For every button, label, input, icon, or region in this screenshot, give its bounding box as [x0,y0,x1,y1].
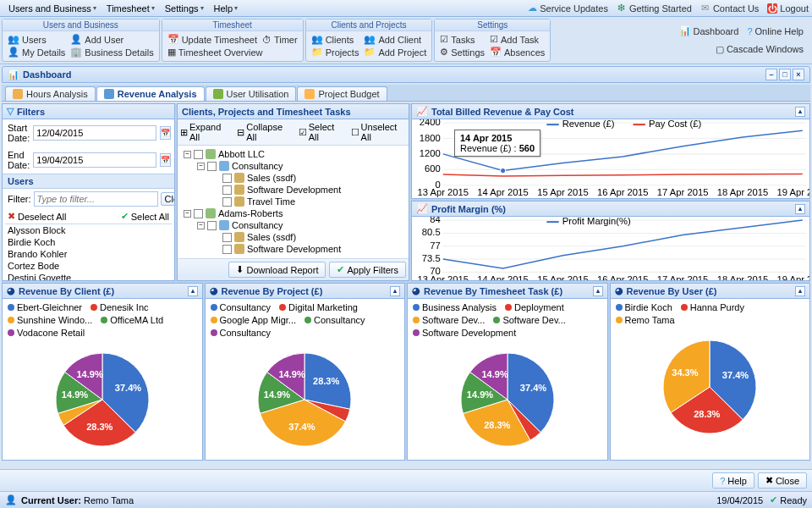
legend-swatch [211,317,217,323]
ribbon-item-projects[interactable]: 📁Projects [311,47,359,58]
checkbox[interactable] [222,233,232,242]
collapse-button[interactable]: ▴ [795,204,805,214]
ribbon-dashboard[interactable]: 📊Dashboard [679,25,739,36]
service-updates-link[interactable]: ☁Service Updates [527,3,608,14]
ribbon-item-update-timesheet[interactable]: 📅Update Timesheet [167,34,257,45]
checkbox[interactable] [222,185,232,195]
ribbon-cascade-windows[interactable]: ▢Cascade Windows [716,44,804,55]
deselect-all-button[interactable]: ✖Deselect All [8,211,66,222]
user-filter-input[interactable] [34,191,158,207]
ribbon-item-add-project[interactable]: 📁Add Project [364,47,426,58]
clear-filter-button[interactable]: Clear [161,192,176,206]
checkbox[interactable] [207,221,217,230]
ribbon-item-clients[interactable]: 👥Clients [311,34,359,45]
minimize-button[interactable]: – [765,69,777,80]
expand-all-button[interactable]: ⊞Expand All [180,122,230,142]
collapse-button[interactable]: ▴ [188,286,198,296]
collapse-button[interactable]: ▴ [795,107,805,117]
legend-item: Consultancy [211,328,272,338]
start-date-picker-button[interactable]: 📅 [160,126,171,140]
user-list-item[interactable]: Cortez Bode [5,260,172,272]
logout-button[interactable]: ⏻Logout [767,3,809,14]
getting-started-link[interactable]: ❇Getting Started [617,3,692,14]
collapse-button[interactable]: ▴ [795,286,805,296]
checkbox[interactable] [222,174,232,183]
collapse-button[interactable]: ▴ [390,286,400,296]
user-list-item[interactable]: Birdie Koch [5,236,172,248]
plus-icon: ⊞ [180,127,188,138]
node-label: Sales (ssdf) [247,173,296,183]
tree-node[interactable]: Software Development [180,243,406,255]
user-list-item[interactable]: Brando Kohler [5,248,172,260]
checkbox[interactable] [194,209,203,218]
close-button[interactable]: × [793,69,804,80]
tree-unselect-all-button[interactable]: ☐Unselect All [351,122,406,142]
ribbon-item-timer[interactable]: ⏱Timer [262,34,298,45]
tree-node[interactable]: Sales (ssdf) [180,172,406,184]
ribbon-item-add-task[interactable]: ☑Add Task [490,34,545,45]
end-date-picker-button[interactable]: 📅 [160,153,171,167]
svg-text:14 Apr 2015: 14 Apr 2015 [477,187,529,197]
task-icon: ☑ [440,34,448,45]
user-list[interactable]: Alysson BlockBirdie KochBrando KohlerCor… [5,224,172,280]
legend-swatch [101,317,107,323]
end-date-input[interactable] [33,152,156,168]
checkbox[interactable] [222,197,232,207]
ribbon-item-add-user[interactable]: 👤Add User [70,34,153,45]
download-report-button[interactable]: ⬇Download Report [228,262,326,278]
collapse-icon[interactable]: − [184,210,191,218]
ribbon-item-users[interactable]: 👥Users [8,34,65,45]
collapse-icon[interactable]: − [184,151,191,158]
help-button[interactable]: ?Help [712,472,754,489]
menu-users-business[interactable]: Users and Business▾ [3,2,102,15]
collapse-all-button[interactable]: ⊟Collapse All [237,122,291,142]
tree-node[interactable]: −Adams-Roberts [180,207,406,219]
tab-project-budget[interactable]: Project Budget [297,86,387,101]
tree-node[interactable]: Sales (ssdf) [180,231,406,243]
checkbox[interactable] [194,150,203,159]
select-all-button[interactable]: ✔Select All [121,211,169,222]
client-project-tree[interactable]: −Abbott LLC−ConsultancySales (ssdf)Softw… [178,146,409,258]
ribbon-item-settings[interactable]: ⚙Settings [440,47,485,58]
tree-node[interactable]: −Consultancy [180,219,406,231]
tree-node[interactable]: −Abbott LLC [180,148,406,160]
user-list-item[interactable]: Alysson Block [5,224,172,236]
tree-node[interactable]: Software Development [180,184,406,196]
ribbon-item-absences[interactable]: 📅Absences [490,47,545,58]
ribbon-item-timesheet-overview[interactable]: ▦Timesheet Overview [167,47,298,58]
start-date-input[interactable] [33,125,156,141]
tab-user-utilisation[interactable]: User Utilisation [206,86,297,101]
collapse-button[interactable]: ▴ [593,286,603,296]
tree-node[interactable]: Travel Time [180,196,406,207]
menu-settings[interactable]: Settings▾ [160,2,209,15]
ribbon-item-tasks[interactable]: ☑Tasks [440,34,485,45]
ribbon-item-business-details[interactable]: 🏢Business Details [70,47,153,58]
maximize-button[interactable]: □ [779,69,791,80]
contact-us-link[interactable]: ✉Contact Us [700,3,759,14]
svg-text:18 Apr 2015: 18 Apr 2015 [717,274,769,281]
menu-help[interactable]: Help▾ [209,2,244,15]
tree-node[interactable]: −Consultancy [180,160,406,172]
checkbox[interactable] [222,245,232,254]
pie-legend: ConsultancyDigital MarketingGoogle App M… [206,299,405,341]
chart-icon: 📈 [416,203,428,214]
menu-timesheet[interactable]: Timesheet▾ [102,2,160,15]
collapse-icon[interactable]: − [197,222,205,229]
close-page-button[interactable]: ✖Close [758,472,807,489]
svg-text:14 Apr 2015: 14 Apr 2015 [477,274,529,281]
tree-select-all-button[interactable]: ☑Select All [299,122,344,142]
checkbox[interactable] [207,162,217,171]
svg-text:Profit Margin(%): Profit Margin(%) [562,217,631,226]
ribbon-online-help[interactable]: ?Online Help [747,25,804,36]
apply-filters-button[interactable]: ✔Apply Filters [329,262,406,278]
gear-icon: ⚙ [440,47,448,58]
ribbon-item-add-client[interactable]: 👥Add Client [364,34,426,45]
legend-swatch [505,304,512,311]
status-date: 19/04/2015 [716,495,763,505]
tab-hours-analysis[interactable]: Hours Analysis [5,86,96,101]
power-icon: ⏻ [767,3,777,14]
tab-revenue-analysis[interactable]: Revenue Analysis [96,86,205,101]
collapse-icon[interactable]: − [197,163,205,170]
ribbon-item-my-details[interactable]: 👤My Details [8,47,65,58]
user-list-item[interactable]: Destini Goyette [5,272,172,280]
